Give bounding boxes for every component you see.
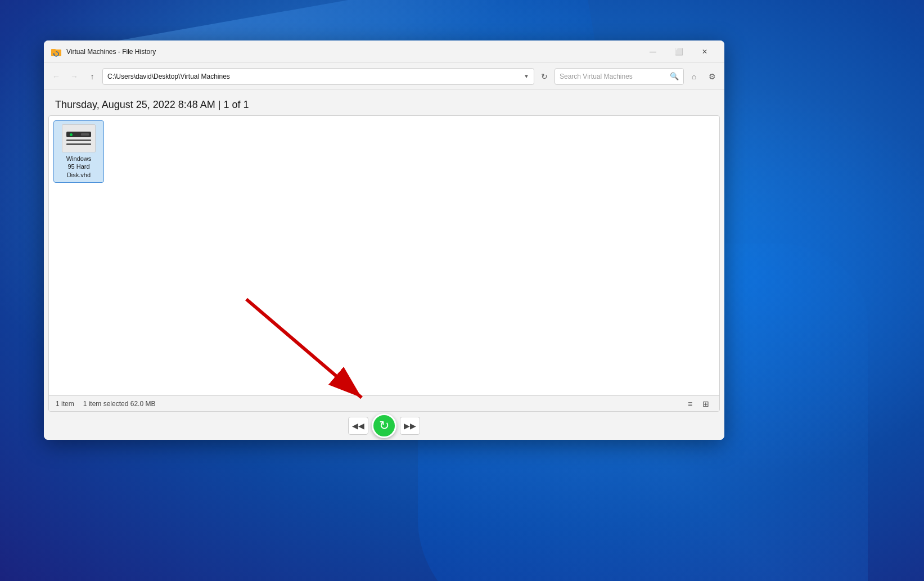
up-button[interactable]: ↑: [84, 69, 100, 84]
file-label: Windows 95 Hard Disk.vhd: [66, 155, 92, 179]
close-button[interactable]: ✕: [692, 43, 718, 61]
vhd-drive-icon: [66, 132, 91, 137]
refresh-button[interactable]: ↻: [537, 69, 552, 84]
restore-button[interactable]: ↻: [372, 413, 396, 438]
minimize-button[interactable]: —: [640, 43, 666, 61]
file-item[interactable]: Windows 95 Hard Disk.vhd: [53, 120, 104, 183]
addressbar: ← → ↑ C:\Users\david\Desktop\Virtual Mac…: [44, 63, 724, 90]
view-controls: ≡ ⊞: [683, 397, 713, 411]
first-icon: ◀◀: [352, 421, 364, 430]
search-field[interactable]: Search Virtual Machines 🔍: [555, 68, 684, 85]
item-count: 1 item: [56, 400, 74, 408]
file-icon: [62, 124, 96, 152]
address-field[interactable]: C:\Users\david\Desktop\Virtual Machines …: [102, 68, 534, 85]
first-version-button[interactable]: ◀◀: [348, 417, 368, 435]
titlebar: Virtual Machines - File History — ⬜ ✕: [44, 40, 724, 63]
home-button[interactable]: ⌂: [686, 69, 702, 84]
last-icon: ▶▶: [404, 421, 416, 430]
content-header: Thursday, August 25, 2022 8:48 AM | 1 of…: [44, 90, 724, 115]
vhd-led-icon: [70, 133, 73, 136]
forward-button[interactable]: →: [66, 69, 82, 84]
window-title: Virtual Machines - File History: [66, 48, 640, 56]
settings-icon: ⚙: [709, 72, 716, 81]
list-view-icon: ≡: [688, 399, 692, 408]
search-placeholder: Search Virtual Machines: [560, 73, 668, 80]
status-bar: 1 item 1 item selected 62.0 MB ≡ ⊞: [49, 395, 719, 411]
up-icon: ↑: [91, 72, 94, 81]
date-header: Thursday, August 25, 2022 8:48 AM | 1 of…: [55, 99, 249, 110]
search-icon[interactable]: 🔍: [670, 72, 679, 80]
selection-info: 1 item selected 62.0 MB: [83, 400, 156, 408]
restore-icon: ↻: [379, 420, 389, 432]
svg-rect-1: [51, 49, 56, 51]
grid-view-button[interactable]: ⊞: [699, 397, 713, 411]
grid-view-icon: ⊞: [702, 399, 709, 408]
bottom-controls: ◀◀ ↻ ▶▶: [44, 412, 724, 440]
refresh-icon: ↻: [541, 72, 548, 81]
file-area: Windows 95 Hard Disk.vhd 1 item 1 item s…: [48, 115, 720, 412]
maximize-button[interactable]: ⬜: [666, 43, 692, 61]
home-icon: ⌂: [692, 72, 696, 81]
back-icon: ←: [52, 72, 60, 81]
address-dropdown-icon[interactable]: ▼: [524, 73, 529, 79]
file-history-window: Virtual Machines - File History — ⬜ ✕ ← …: [44, 40, 724, 440]
vhd-slot-icon: [81, 133, 89, 136]
window-controls: — ⬜ ✕: [640, 43, 718, 61]
settings-button[interactable]: ⚙: [704, 69, 720, 84]
window-icon: [51, 46, 62, 57]
address-text: C:\Users\david\Desktop\Virtual Machines: [107, 73, 521, 80]
last-version-button[interactable]: ▶▶: [400, 417, 420, 435]
forward-icon: →: [70, 72, 78, 81]
file-content: Windows 95 Hard Disk.vhd: [49, 116, 719, 395]
back-button[interactable]: ←: [48, 69, 64, 84]
list-view-button[interactable]: ≡: [683, 397, 697, 411]
